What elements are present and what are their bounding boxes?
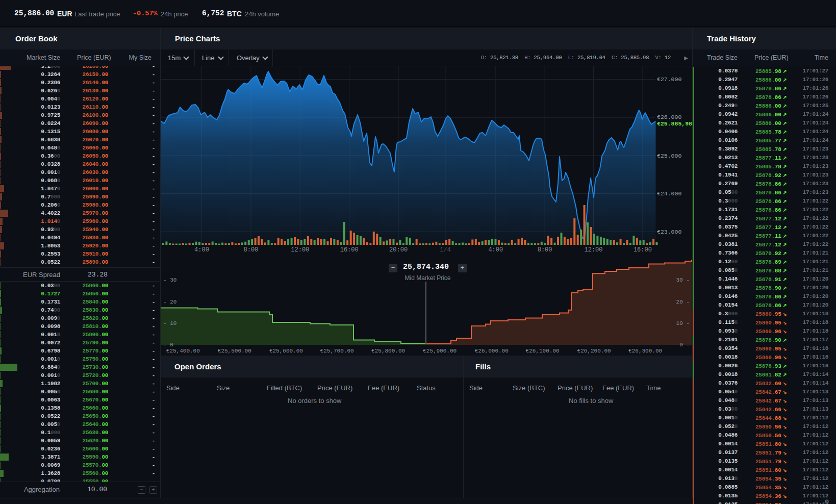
svg-text:1/4: 1/4	[440, 246, 451, 254]
svg-text:- 20: - 20	[163, 299, 176, 305]
svg-text:- 10: - 10	[163, 320, 176, 326]
svg-text:€26,200.00: €26,200.00	[577, 348, 611, 354]
svg-text:0 -: 0 -	[679, 342, 690, 348]
svg-text:4:00: 4:00	[194, 246, 209, 254]
svg-text:€26.000: €26.000	[657, 114, 681, 120]
svg-text:€26,000.00: €26,000.00	[475, 348, 509, 354]
svg-text:16:00: 16:00	[340, 246, 359, 254]
svg-text:€25,400.00: €25,400.00	[166, 348, 200, 354]
svg-text:4:00: 4:00	[488, 246, 503, 254]
svg-text:€25.000: €25.000	[657, 153, 681, 159]
svg-text:€25.885,98: €25.885,98	[657, 120, 692, 127]
svg-text:10 -: 10 -	[676, 320, 690, 326]
svg-text:€25,700.00: €25,700.00	[320, 348, 354, 354]
svg-text:20 -: 20 -	[676, 299, 690, 305]
svg-text:12:00: 12:00	[584, 246, 602, 254]
svg-text:12:00: 12:00	[291, 246, 309, 254]
svg-text:€25,900.00: €25,900.00	[423, 348, 457, 354]
svg-text:€25,600.00: €25,600.00	[269, 348, 303, 354]
svg-text:16:00: 16:00	[634, 246, 652, 254]
svg-text:€23.000: €23.000	[657, 229, 681, 235]
svg-text:€26,100.00: €26,100.00	[526, 348, 560, 354]
svg-text:8:00: 8:00	[538, 246, 552, 254]
svg-text:20:00: 20:00	[389, 246, 408, 254]
svg-text:€25,500.00: €25,500.00	[218, 348, 251, 354]
svg-text:€25,800.00: €25,800.00	[371, 348, 405, 354]
svg-text:- 0: - 0	[163, 342, 173, 348]
svg-text:€24.000: €24.000	[657, 190, 681, 197]
svg-text:€27.000: €27.000	[657, 76, 681, 83]
svg-text:8:00: 8:00	[243, 246, 258, 254]
svg-text:€26,300.00: €26,300.00	[628, 348, 662, 354]
